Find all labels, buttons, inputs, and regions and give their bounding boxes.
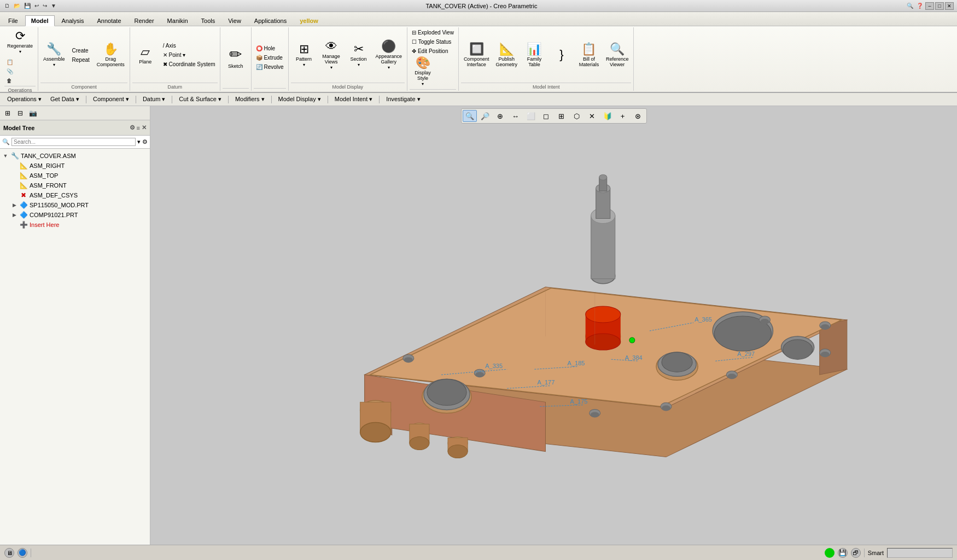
status-right[interactable]: 💾 🗗 Smart — [825, 548, 953, 558]
reference-viewer-button[interactable]: 🔍 ReferenceViewer — [603, 42, 632, 69]
tree-item-asm-right[interactable]: 📐 ASM_RIGHT — [0, 161, 150, 171]
point-button[interactable]: ✕ Point ▾ — [161, 51, 218, 59]
display-style-button[interactable]: 🎨 DisplayStyle▾ — [410, 55, 436, 88]
zoom-in-button[interactable]: 🔍 — [463, 110, 477, 122]
repeat-button[interactable]: Repeat — [70, 56, 92, 64]
maximize-button[interactable]: □ — [935, 2, 944, 10]
layer-button[interactable]: ⊟ — [15, 108, 26, 119]
tree-item-sp115050[interactable]: ▶ 🔷 SP115050_MOD.PRT — [0, 200, 150, 210]
drag-components-button[interactable]: ✋ DragComponents — [94, 42, 127, 69]
extrude-button[interactable]: 📦 Extrude — [254, 54, 286, 62]
family-table-button[interactable]: 📊 FamilyTable — [521, 42, 547, 69]
status-indicator[interactable] — [825, 548, 835, 558]
minimize-button[interactable]: – — [925, 2, 934, 10]
tab-annotate[interactable]: Annotate — [91, 15, 127, 26]
plane-button[interactable]: ▱ Plane — [132, 44, 159, 66]
zoom-out-button[interactable]: 🔎 — [478, 110, 492, 122]
search-input[interactable] — [11, 138, 136, 146]
status-left[interactable]: 🖥 🔵 — [4, 548, 31, 558]
tab-render[interactable]: Render — [129, 15, 160, 26]
section-button[interactable]: ✂ Section▾ — [346, 42, 372, 69]
tree-item-insert-here[interactable]: ➕ Insert Here — [0, 220, 150, 230]
coord-sys-button[interactable]: ✖ Coordinate System — [161, 60, 218, 68]
tab-model[interactable]: Model — [25, 15, 55, 26]
tab-manikin[interactable]: Manikin — [161, 15, 194, 26]
pattern-button[interactable]: ⊞ Pattern▾ — [291, 42, 317, 69]
publish-geometry-button[interactable]: 📐 PublishGeometry — [493, 42, 520, 69]
tree-item-asm-def-csys[interactable]: ✖ ASM_DEF_CSYS — [0, 190, 150, 200]
cmd-operations[interactable]: Operations ▾ — [3, 94, 45, 104]
tree-item-asm-front[interactable]: 📐 ASM_FRONT — [0, 180, 150, 190]
tab-tools[interactable]: Tools — [195, 15, 221, 26]
model-tree-controls[interactable]: ⚙ ≡ ✕ — [130, 124, 147, 131]
status-save-icon[interactable]: 💾 — [838, 548, 848, 558]
cmd-datum[interactable]: Datum ▾ — [139, 94, 169, 104]
exploded-view-button[interactable]: ⊟ Exploded View — [410, 28, 456, 37]
redo-button[interactable]: ↪ — [42, 2, 48, 9]
search-icon[interactable]: 🔍 — [906, 2, 914, 10]
refit-button[interactable]: ⊞ — [555, 110, 569, 122]
save-button[interactable]: 💾 — [23, 2, 32, 9]
shaded-button[interactable]: ⬜ — [524, 110, 538, 122]
appearance-gallery-button[interactable]: ⚫ AppearanceGallery▾ — [373, 39, 405, 72]
status-input-field[interactable] — [887, 548, 953, 558]
component-interface-button[interactable]: 🔲 ComponentInterface — [461, 42, 492, 69]
tab-view[interactable]: View — [222, 15, 247, 26]
model-tree-settings-button[interactable]: ⚙ — [130, 124, 135, 131]
cmd-model-intent[interactable]: Model Intent ▾ — [331, 94, 377, 104]
model-tree-close-button[interactable]: ✕ — [142, 124, 147, 131]
snapshot-button[interactable]: 📷 — [27, 108, 38, 119]
cmd-model-display[interactable]: Model Display ▾ — [275, 94, 325, 104]
close-button[interactable]: ✕ — [945, 2, 954, 10]
status-window-icon[interactable]: 🗗 — [851, 548, 861, 558]
cmd-investigate[interactable]: Investigate ▾ — [382, 94, 424, 104]
tab-analysis[interactable]: Analysis — [56, 15, 90, 26]
quick-access-toolbar[interactable]: 🗋 📂 💾 ↩ ↪ ▼ — [3, 2, 57, 9]
tree-item-comp91021[interactable]: ▶ 🔷 COMP91021.PRT — [0, 210, 150, 220]
paste-button[interactable]: 📎 — [4, 67, 36, 75]
model-canvas[interactable]: A_365 A_335 A_185 A_177 A_175 A_384 A_29… — [150, 106, 957, 545]
help-icon[interactable]: ❓ — [915, 2, 924, 10]
customize-button[interactable]: ▼ — [50, 2, 57, 9]
undo-button[interactable]: ↩ — [33, 2, 40, 9]
regenerate-button[interactable]: ⟳ Regenerate▾ — [4, 28, 36, 56]
axis-button[interactable]: / Axis — [161, 42, 218, 50]
options-button[interactable]: ⊛ — [631, 110, 645, 122]
window-controls[interactable]: 🔍 ❓ – □ ✕ — [906, 2, 954, 10]
expand-icon[interactable]: ▼ — [2, 153, 9, 159]
3d-button[interactable]: ⬡ — [570, 110, 584, 122]
cmd-modifiers[interactable]: Modifiers ▾ — [231, 94, 269, 104]
tab-yellow[interactable]: yellow — [294, 15, 324, 26]
assemble-button[interactable]: 🔧 Assemble▾ — [40, 42, 68, 69]
cmd-component[interactable]: Component ▾ — [89, 94, 133, 104]
manage-views-button[interactable]: 👁 ManageViews▾ — [318, 39, 345, 72]
orient-button[interactable]: 🔰 — [600, 110, 615, 122]
wireframe-button[interactable]: ◻ — [539, 110, 553, 122]
zoom-window-button[interactable]: ⊕ — [493, 110, 507, 122]
filter-options-icon[interactable]: ⚙ — [142, 138, 148, 145]
model-tree-search[interactable]: 🔍 ▾ ⚙ — [0, 136, 150, 149]
edit-position-button[interactable]: ✥ Edit Position — [410, 47, 450, 55]
tab-file[interactable]: File — [2, 15, 24, 26]
delete-button[interactable]: 🗑 — [4, 77, 36, 85]
grid-view-button[interactable]: ⊞ — [2, 108, 13, 119]
pan-button[interactable]: ↔ — [509, 110, 523, 122]
new-button[interactable]: 🗋 — [3, 2, 11, 9]
sketch-button[interactable]: ✏ Sketch — [223, 45, 249, 71]
add-button[interactable]: + — [616, 110, 630, 122]
cmd-cut-surface[interactable]: Cut & Surface ▾ — [175, 94, 225, 104]
remove-button[interactable]: ✕ — [585, 110, 599, 122]
status-active-icon[interactable]: 🔵 — [17, 548, 27, 558]
filter-icon[interactable]: ▾ — [137, 138, 141, 145]
model-tree-columns-button[interactable]: ≡ — [137, 125, 140, 131]
hole-button[interactable]: ⭕ Hole — [254, 44, 286, 52]
open-button[interactable]: 📂 — [13, 2, 21, 9]
create-button[interactable]: Create — [70, 46, 92, 55]
tree-item-asm-top[interactable]: 📐 ASM_TOP — [0, 171, 150, 180]
bom-button[interactable]: 📋 Bill ofMaterials — [576, 42, 602, 69]
tab-applications[interactable]: Applications — [248, 15, 293, 26]
copy-button[interactable]: 📋 — [4, 58, 36, 66]
viewport[interactable]: 🔍 🔎 ⊕ ↔ ⬜ ◻ ⊞ ⬡ ✕ 🔰 + ⊛ — [150, 106, 957, 545]
toggle-status-button[interactable]: ☐ Toggle Status — [410, 38, 453, 46]
cmd-get-data[interactable]: Get Data ▾ — [46, 94, 83, 104]
